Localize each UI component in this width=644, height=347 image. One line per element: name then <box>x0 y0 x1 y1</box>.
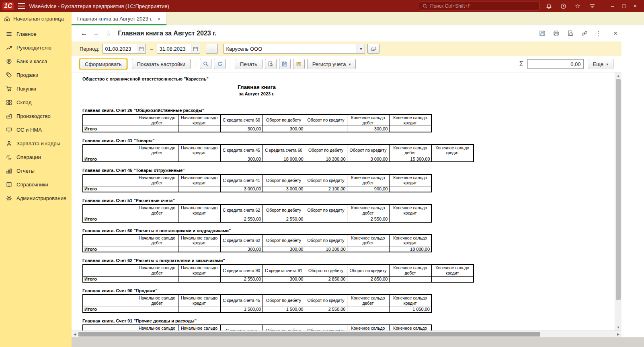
vertical-scroll-thumb[interactable] <box>616 79 621 300</box>
app-title: WiseAdvice - Бухгалтерия предприятия (1С… <box>29 3 169 9</box>
sidebar-menu: ГлавноеРуководителюБанк и кассаПродажиПо… <box>0 25 72 347</box>
organization-open-icon[interactable] <box>367 44 379 54</box>
report-organization: Общество с ограниченной ответственностью… <box>82 76 615 81</box>
scroll-right-icon[interactable]: ▶ <box>615 331 621 337</box>
scroll-down-icon[interactable]: ▼ <box>615 324 621 330</box>
search-input[interactable] <box>430 3 536 9</box>
sidebar-item-label: Покупки <box>16 86 36 92</box>
total-cell <box>178 126 220 132</box>
save-icon[interactable] <box>538 29 546 37</box>
favorites-star-icon[interactable]: ☆ <box>572 1 583 11</box>
column-header <box>83 295 136 306</box>
link-icon[interactable] <box>580 29 589 37</box>
vertical-scrollbar[interactable]: ▲ ▼ <box>615 72 621 330</box>
sidebar-item-zarplata-i-kadry[interactable]: Зарплата и кадры <box>0 136 72 150</box>
book-icon <box>6 181 12 188</box>
sidebar-item-operatsii[interactable]: ДтКтОперации <box>0 150 72 164</box>
sidebar-item-administrirovanie[interactable]: Администрирование <box>0 191 72 205</box>
organization-input[interactable] <box>224 44 357 53</box>
scroll-up-icon[interactable]: ▲ <box>615 72 621 79</box>
history-clock-icon[interactable] <box>558 1 568 11</box>
total-label: Итого <box>83 126 136 132</box>
sidebar-item-glavnoe[interactable]: Главное <box>0 27 72 41</box>
column-header: Конечное сальдо кредит <box>389 204 431 216</box>
panel-settings-icon[interactable] <box>587 1 597 11</box>
total-cell <box>431 276 474 282</box>
back-icon[interactable]: ← <box>80 29 88 37</box>
tab-glavnaya-kniga[interactable]: Главная книга за Август 2023 г. × <box>72 12 167 25</box>
global-search[interactable] <box>419 2 539 10</box>
total-cell: 2 550,00 <box>220 216 263 222</box>
favorite-star-icon[interactable]: ☆ <box>105 29 111 38</box>
sidebar-item-rukovoditelyu[interactable]: Руководителю <box>0 41 72 54</box>
column-header: Конечное сальдо кредит <box>389 295 431 306</box>
column-header: Оборот по дебету <box>263 295 305 306</box>
close-window-icon[interactable]: × <box>630 1 641 11</box>
total-cell <box>178 156 220 162</box>
forward-icon[interactable]: → <box>92 29 100 37</box>
generate-button[interactable]: Сформировать <box>80 59 127 69</box>
main-menu-icon[interactable] <box>18 3 25 9</box>
mail-icon[interactable]: ✉ <box>293 59 305 69</box>
sidebar-item-label: Главное <box>16 31 37 37</box>
column-header: С кредита счета 60 <box>263 145 305 156</box>
horizontal-scroll-track[interactable] <box>78 331 615 337</box>
close-report-icon[interactable]: × <box>613 29 617 37</box>
gear-icon <box>6 195 12 202</box>
sidebar-item-pokupki[interactable]: Покупки <box>0 82 72 95</box>
sidebar-item-otchety[interactable]: Отчеты <box>0 164 72 178</box>
calendar-icon[interactable] <box>191 44 200 53</box>
date-from-input[interactable] <box>103 44 137 53</box>
restore-window-icon[interactable]: □ <box>618 1 630 11</box>
sidebar-item-label: Банк и касса <box>16 58 47 64</box>
sidebar-item-label: Отчеты <box>16 168 35 174</box>
production-icon <box>6 113 12 120</box>
column-header: Конечное сальдо дебет <box>389 264 431 276</box>
column-header: Оборот по дебету <box>305 264 347 276</box>
print-icon[interactable] <box>552 29 560 37</box>
more-button[interactable]: Еще ▾ <box>588 59 613 69</box>
refresh-icon[interactable] <box>214 59 226 69</box>
period-label: Период: <box>80 46 99 52</box>
total-cell: 300,00 <box>263 126 305 132</box>
column-header: Конечное сальдо дебет <box>389 145 431 156</box>
horizontal-scroll-thumb[interactable] <box>78 332 540 337</box>
sidebar-item-proizvodstvo[interactable]: Производство <box>0 109 72 123</box>
more-kebab-icon[interactable]: ⋮ <box>595 29 603 37</box>
page-title: Главная книга за Август 2023 г. <box>118 30 216 37</box>
save-file-icon[interactable] <box>279 59 291 69</box>
total-cell: 1 500,00 <box>220 306 263 312</box>
sum-input[interactable] <box>527 59 584 69</box>
scroll-left-icon[interactable]: ◀ <box>72 331 78 337</box>
total-cell: 2 850,00 <box>305 276 347 282</box>
calendar-icon[interactable] <box>137 44 146 53</box>
period-more-button[interactable]: ... <box>206 44 218 54</box>
date-to-input[interactable] <box>157 44 191 53</box>
minimize-icon[interactable]: – <box>607 1 618 11</box>
sidebar-item-prodazhi[interactable]: Продажи <box>0 68 72 82</box>
preview-icon[interactable] <box>566 29 574 37</box>
print-preview-icon[interactable] <box>265 59 277 69</box>
show-settings-button[interactable]: Показать настройки <box>132 59 191 69</box>
toolbar-separator <box>230 60 230 68</box>
horizontal-scrollbar[interactable]: ◀ ▶ <box>72 330 621 337</box>
column-header: Конечное сальдо кредит <box>389 325 431 330</box>
total-cell: 2 850,00 <box>347 276 389 282</box>
register-button[interactable]: Регистр учета ▾ <box>307 59 356 69</box>
column-header: С кредита счета 91 <box>263 264 305 276</box>
report-toolbar: Сформировать Показать настройки Печать ✉… <box>72 56 621 72</box>
chevron-down-icon[interactable]: ▾ <box>357 44 365 53</box>
tab-home-page[interactable]: Начальная страница <box>0 12 72 25</box>
sidebar-item-spravochniki[interactable]: Справочники <box>0 178 72 191</box>
notifications-bell-icon[interactable] <box>544 1 554 11</box>
find-icon[interactable] <box>200 59 211 69</box>
report-section: Главная книга. Счет 90 "Продажи"Начально… <box>82 288 615 313</box>
sidebar-item-os-i-nma[interactable]: ОС и НМА <box>0 123 72 136</box>
assets-icon <box>6 126 12 133</box>
close-tab-icon[interactable]: × <box>157 16 160 22</box>
sidebar-item-sklad[interactable]: Склад <box>0 95 72 109</box>
sidebar-item-label: Продажи <box>16 72 38 78</box>
sidebar-item-bank-i-kassa[interactable]: Банк и касса <box>0 54 72 68</box>
vertical-scroll-track[interactable] <box>615 79 621 324</box>
print-button[interactable]: Печать <box>235 59 263 69</box>
